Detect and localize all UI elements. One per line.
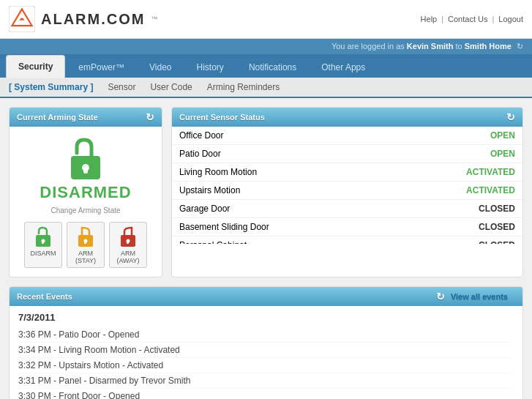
svg-rect-13	[127, 241, 129, 244]
user-bar: You are logged in as Kevin Smith to Smit…	[0, 39, 532, 54]
nav-tab-notifications[interactable]: Notifications	[237, 56, 308, 78]
arming-panel-body: DISARMED Change Arming State DISARM	[10, 127, 162, 277]
arm-stay-label: ARM (STAY)	[72, 250, 100, 264]
help-link[interactable]: Help	[421, 15, 438, 23]
sub-nav-systemsummary[interactable]: System Summary	[9, 82, 93, 92]
sensor-row: Patio DoorOPEN	[172, 145, 522, 163]
arm-away-label: ARM (AWAY)	[114, 250, 142, 264]
sensor-status: ACTIVATED	[390, 163, 522, 182]
arming-panel: Current Arming State ↻ DISARMED Change A…	[9, 107, 162, 277]
events-body: 7/3/2011 3:36 PM - Patio Door - Opened3:…	[10, 306, 522, 399]
home-name: Smith Home	[465, 42, 512, 51]
events-date: 7/3/2011	[18, 312, 514, 323]
user-bar-prefix: You are logged in as	[331, 42, 405, 51]
sensor-name: Garage Door	[172, 200, 390, 218]
sensor-status: CLOSED	[390, 200, 522, 218]
sensor-row: Garage DoorCLOSED	[172, 200, 522, 218]
logo-tm: ™	[151, 15, 157, 23]
top-links: Help | Contact Us | Logout	[421, 15, 523, 23]
arming-refresh-icon[interactable]: ↻	[146, 111, 154, 123]
sensor-name: Upstairs Motion	[172, 182, 390, 200]
nav-tab-video[interactable]: Video	[138, 56, 183, 78]
sensor-row: Office DoorOPEN	[172, 127, 522, 145]
logout-link[interactable]: Logout	[498, 15, 523, 23]
disarm-icon	[33, 225, 53, 247]
sensor-name: Personal Cabinet	[172, 236, 390, 245]
sensor-row: Personal CabinetCLOSED	[172, 236, 522, 245]
event-item: 3:32 PM - Upstairs Motion - Activated	[18, 358, 511, 373]
events-panel: Recent Events ↻ View all events 7/3/2011…	[9, 286, 523, 399]
nav-tabs: SecurityemPower™VideoHistoryNotification…	[0, 54, 532, 78]
sensor-status: CLOSED	[390, 236, 522, 245]
arm-away-icon	[118, 225, 138, 247]
user-name: Kevin Smith	[407, 42, 454, 51]
sub-nav-sensor[interactable]: Sensor	[108, 82, 135, 92]
sensor-name: Patio Door	[172, 145, 390, 163]
arm-away-button[interactable]: ARM (AWAY)	[109, 222, 147, 268]
event-item: 3:31 PM - Panel - Disarmed by Trevor Smi…	[18, 373, 511, 389]
arming-panel-title: Current Arming State	[17, 113, 98, 122]
sensor-panel: Current Sensor Status ↻ Office DoorOPENP…	[171, 107, 523, 277]
nav-tab-otherapps[interactable]: Other Apps	[310, 56, 377, 78]
svg-rect-7	[42, 241, 44, 244]
top-bar: ALARM.COM ™ Help | Contact Us | Logout	[0, 0, 532, 39]
disarm-label: DISARM	[30, 250, 56, 257]
sub-nav-armingreminders[interactable]: Arming Reminders	[207, 82, 280, 92]
sensor-name: Living Room Motion	[172, 163, 390, 182]
events-panel-header: Recent Events ↻ View all events	[10, 287, 522, 306]
sensor-status: CLOSED	[390, 218, 522, 236]
event-item: 3:36 PM - Patio Door - Opened	[18, 327, 511, 343]
arm-stay-icon	[75, 225, 96, 247]
sensor-tbody: Office DoorOPENPatio DoorOPENLiving Room…	[172, 127, 522, 244]
sub-nav-usercode[interactable]: User Code	[150, 82, 192, 92]
sub-nav: System SummarySensorUser CodeArming Remi…	[0, 78, 532, 98]
disarmed-lock-icon	[64, 135, 108, 183]
sensor-name: Basement Sliding Door	[172, 218, 390, 236]
event-item: 3:30 PM - Front Door - Opened	[18, 389, 511, 399]
nav-tab-empower[interactable]: emPower™	[67, 56, 136, 78]
sensor-status: ACTIVATED	[390, 182, 522, 200]
sensor-status: OPEN	[390, 127, 522, 145]
events-scroll[interactable]: 3:36 PM - Patio Door - Opened3:34 PM - L…	[18, 327, 514, 399]
sensor-row: Living Room MotionACTIVATED	[172, 163, 522, 182]
sensor-row: Basement Sliding DoorCLOSED	[172, 218, 522, 236]
sensor-status: OPEN	[390, 145, 522, 163]
sensor-row: Upstairs MotionACTIVATED	[172, 182, 522, 200]
nav-tab-history[interactable]: History	[185, 56, 236, 78]
nav-tab-security[interactable]: Security	[6, 55, 65, 78]
arming-panel-header: Current Arming State ↻	[10, 108, 162, 127]
disarm-button[interactable]: DISARM	[24, 222, 62, 268]
arming-buttons: DISARM ARM (STAY)	[24, 222, 147, 268]
logo-text: ALARM.COM	[41, 11, 145, 28]
sensor-scroll[interactable]: Office DoorOPENPatio DoorOPENLiving Room…	[172, 127, 522, 244]
svg-rect-4	[83, 168, 88, 174]
sensor-panel-title: Current Sensor Status	[179, 113, 265, 122]
change-arming-label: Change Arming State	[50, 206, 120, 215]
sensor-name: Office Door	[172, 127, 390, 145]
arm-stay-button[interactable]: ARM (STAY)	[67, 222, 105, 268]
events-panel-title: Recent Events	[17, 292, 72, 301]
alarm-logo-icon	[9, 6, 35, 32]
svg-rect-10	[84, 241, 86, 244]
sensor-table: Office DoorOPENPatio DoorOPENLiving Room…	[172, 127, 522, 244]
disarmed-state-text: DISARMED	[40, 183, 131, 202]
panels-row: Current Arming State ↻ DISARMED Change A…	[9, 107, 523, 277]
events-list: 3:36 PM - Patio Door - Opened3:34 PM - L…	[18, 327, 511, 399]
contact-link[interactable]: Contact Us	[448, 15, 487, 23]
event-item: 3:34 PM - Living Room Motion - Activated	[18, 343, 511, 358]
events-refresh-icon[interactable]: ↻	[436, 291, 445, 302]
logo-area: ALARM.COM ™	[9, 6, 157, 32]
sensor-panel-header: Current Sensor Status ↻	[172, 108, 522, 127]
sensor-refresh-icon[interactable]: ↻	[506, 111, 515, 123]
view-all-events-link[interactable]: View all events	[451, 292, 515, 301]
main-content: Current Arming State ↻ DISARMED Change A…	[0, 98, 532, 399]
